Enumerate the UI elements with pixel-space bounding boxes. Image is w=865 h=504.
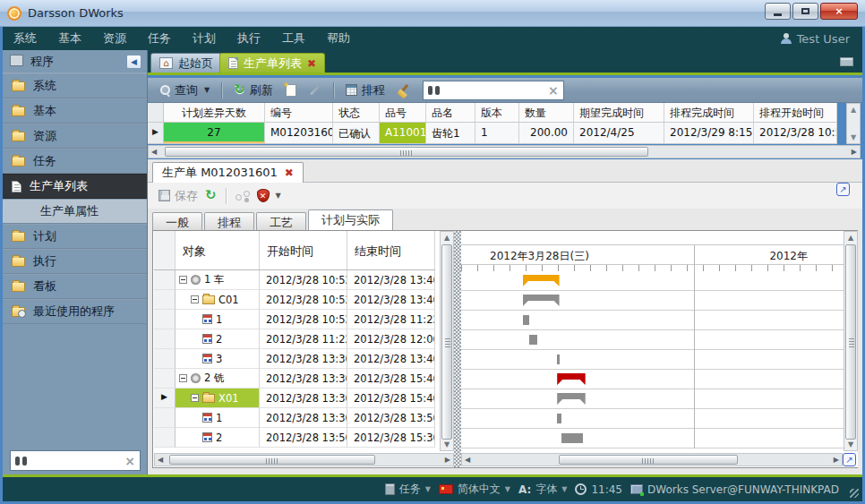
edit-button[interactable] <box>305 87 325 93</box>
sidebar-item[interactable]: 执行 <box>3 249 147 274</box>
tree-cell-object[interactable]: 1 <box>176 310 260 329</box>
tree-cell-end-time[interactable]: 2012/3/28 15:40 <box>347 369 435 389</box>
column-header-品名[interactable]: 品名 <box>426 103 475 122</box>
cell-编号[interactable]: M012031601 <box>265 123 333 143</box>
tree-vscrollbar[interactable]: ▲ ▼ <box>440 231 454 451</box>
query-button[interactable]: 查询 ▼ <box>157 81 213 100</box>
menu-item-1[interactable]: 系统 <box>3 27 47 50</box>
cell-状态[interactable]: 已确认 <box>333 123 380 143</box>
tree-row-selector[interactable] <box>154 270 176 290</box>
cell-品名[interactable]: 齿轮1 <box>426 123 475 143</box>
tree-row-selector[interactable]: ▶ <box>154 389 176 408</box>
tree-cell-object[interactable]: 3 <box>176 349 260 369</box>
cell-计划差异天数[interactable]: 27 <box>164 123 265 143</box>
scroll-right-icon[interactable]: ▶ <box>834 456 839 464</box>
tree-cell-start-time[interactable]: 2012/3/28 13:30 <box>260 369 347 389</box>
tree-cell-object[interactable]: 2 <box>176 329 260 349</box>
sidebar-item[interactable]: 系统 <box>3 73 147 98</box>
flow-button[interactable] <box>236 191 250 201</box>
hscroll-thumb[interactable] <box>165 147 648 157</box>
tree-row[interactable]: 32012/3/28 13:302012/3/28 13:40 <box>154 349 435 369</box>
order-detail-tab[interactable]: 生产单 M012031601 ✖ <box>152 162 304 183</box>
refresh-button[interactable]: ↻ 刷新 <box>230 81 277 100</box>
tree-cell-start-time[interactable]: 2012/3/28 10:52 <box>260 290 347 310</box>
scroll-left-icon[interactable]: ◀ <box>465 456 470 464</box>
column-header-排程开始时间[interactable]: 排程开始时间 <box>754 103 837 122</box>
font-menu[interactable]: A: 字体 ▼ <box>518 482 567 497</box>
schedule-button[interactable]: 排程 <box>342 81 389 100</box>
task-dropdown-icon[interactable]: ▼ <box>425 485 431 493</box>
tree-row[interactable]: C012012/3/28 10:522012/3/28 13:40 <box>154 290 435 310</box>
security-dropdown-icon[interactable]: ▼ <box>276 192 281 200</box>
tree-cell-object[interactable]: C01 <box>176 290 260 310</box>
hscroll-thumb[interactable] <box>169 455 375 465</box>
tree-cell-start-time[interactable]: 2012/3/28 11:22 <box>260 329 347 349</box>
sidebar-item[interactable]: 资源 <box>3 124 147 149</box>
column-header-计划差异天数[interactable]: 计划差异天数 <box>164 103 265 122</box>
orders-grid-row[interactable]: ▶27M012031601已确认A11001齿轮11200.002012/4/2… <box>148 123 837 144</box>
column-header-排程完成时间[interactable]: 排程完成时间 <box>664 103 754 122</box>
sidebar-search-clear-icon[interactable]: × <box>124 455 135 467</box>
titlebar[interactable]: Darsson DWorks × <box>0 0 865 27</box>
tree-row-selector[interactable] <box>154 349 176 369</box>
scroll-right-icon[interactable]: ▶ <box>445 456 450 464</box>
tree-cell-end-time[interactable]: 2012/3/28 13:40 <box>347 349 435 369</box>
menu-item-6[interactable]: 执行 <box>227 27 271 50</box>
gantt-bar-task[interactable] <box>557 355 559 364</box>
minimize-button[interactable] <box>765 3 791 20</box>
scroll-left-icon[interactable]: ◀ <box>158 456 163 464</box>
gantt-bar-task[interactable] <box>557 414 561 423</box>
scroll-down-icon[interactable]: ▼ <box>844 440 857 448</box>
tree-row-selector[interactable] <box>154 428 176 448</box>
tree-row-selector[interactable] <box>154 310 176 329</box>
detail-tab-close-icon[interactable]: ✖ <box>285 167 294 178</box>
tree-cell-object[interactable]: 1 车 <box>176 270 260 290</box>
tree-cell-start-time[interactable]: 2012/3/28 13:30 <box>260 349 347 369</box>
gantt-vscrollbar[interactable]: ▲ ▼ <box>844 231 858 451</box>
sidebar-item[interactable]: 基本 <box>3 98 147 124</box>
tree-row[interactable]: 22012/3/28 13:502012/3/28 15:30 <box>154 428 435 448</box>
gantt-hscrollbar[interactable]: ◀ ▶ <box>461 453 843 466</box>
tree-expander-icon[interactable] <box>191 394 199 402</box>
tree-row-selector[interactable] <box>154 408 176 428</box>
tree-cell-end-time[interactable]: 2012/3/28 13:40 <box>347 270 435 290</box>
clear-schedule-button[interactable] <box>394 82 414 98</box>
scroll-down-icon[interactable]: ▼ <box>851 133 856 141</box>
sidebar-item[interactable]: 计划 <box>3 224 147 249</box>
tree-cell-start-time[interactable]: 2012/3/28 13:30 <box>260 408 347 428</box>
tree-expander-icon[interactable] <box>191 295 199 303</box>
vscroll-thumb[interactable] <box>845 244 856 440</box>
menu-item-4[interactable]: 任务 <box>137 27 182 50</box>
sidebar-item[interactable]: 看板 <box>3 274 147 299</box>
detail-refresh-button[interactable]: ↻ <box>205 189 217 202</box>
cell-版本[interactable]: 1 <box>475 123 519 143</box>
tab-生产单列表[interactable]: 生产单列表✖ <box>219 53 325 73</box>
tree-row[interactable]: 22012/3/28 11:222012/3/28 12:00 <box>154 329 435 349</box>
splitter-handle[interactable] <box>454 231 461 467</box>
tree-cell-object[interactable]: 2 铣 <box>176 369 260 389</box>
tree-row[interactable]: ▶X012012/3/28 13:302012/3/28 15:40 <box>154 389 435 408</box>
tree-cell-end-time[interactable]: 2012/3/28 12:00 <box>347 329 435 349</box>
tree-row[interactable]: 1 车2012/3/28 10:522012/3/28 13:40 <box>154 270 435 290</box>
sidebar-collapse-button[interactable]: ◀ <box>126 55 141 69</box>
user-area[interactable]: Test User <box>781 32 850 46</box>
sidebar-item[interactable]: 生产单属性 <box>3 199 147 224</box>
font-dropdown-icon[interactable]: ▼ <box>561 485 567 493</box>
tree-cell-start-time[interactable]: 2012/3/28 10:52 <box>260 310 347 329</box>
query-dropdown-icon[interactable]: ▼ <box>204 86 210 94</box>
column-header-期望完成时间[interactable]: 期望完成时间 <box>574 103 664 122</box>
tree-expander-icon[interactable] <box>179 276 187 284</box>
subtab-工艺[interactable]: 工艺 <box>256 212 306 230</box>
gantt-external-icon[interactable]: ↗ <box>843 453 856 466</box>
tree-cell-start-time[interactable]: 2012/3/28 13:30 <box>260 389 347 408</box>
tree-hscrollbar[interactable]: ◀ ▶ <box>154 453 454 466</box>
tree-cell-end-time[interactable]: 2012/3/28 11:22 <box>347 310 435 329</box>
menu-item-7[interactable]: 工具 <box>271 27 316 50</box>
scroll-up-icon[interactable]: ▲ <box>851 106 856 114</box>
vscroll-thumb[interactable] <box>441 244 452 440</box>
task-menu[interactable]: 任务 ▼ <box>385 482 431 497</box>
sidebar-item[interactable]: 生产单列表 <box>3 174 147 199</box>
tree-row-selector[interactable] <box>154 369 176 389</box>
toolbar-search-input[interactable] <box>444 84 544 97</box>
tree-cell-object[interactable]: 2 <box>176 428 260 448</box>
